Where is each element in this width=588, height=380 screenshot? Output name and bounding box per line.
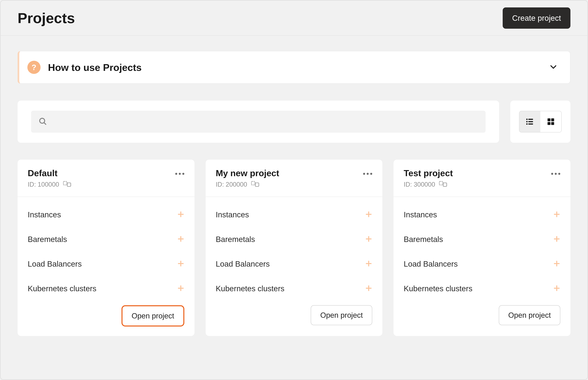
resource-label: Instances [216,210,249,219]
project-title: Default [28,168,72,178]
resource-label: Baremetals [216,235,255,244]
resource-row: Instances [216,202,372,227]
resource-label: Kubernetes clusters [404,284,472,293]
howto-title: How to use Projects [48,62,548,73]
add-resource-button[interactable] [365,260,372,268]
resource-label: Load Balancers [28,259,82,268]
copy-id-icon[interactable] [62,180,72,189]
resource-row: Instances [28,202,184,227]
view-toggle-container [510,101,570,143]
grid-icon [546,117,555,126]
resource-label: Kubernetes clusters [28,284,97,293]
resource-label: Baremetals [404,235,443,244]
list-icon [525,117,535,126]
svg-point-2 [526,119,527,120]
more-options-button[interactable] [363,168,372,175]
resource-row: Baremetals [28,227,184,252]
svg-rect-8 [548,118,550,121]
resource-label: Load Balancers [404,259,458,268]
chevron-down-icon[interactable] [548,62,558,73]
more-options-button[interactable] [551,168,560,175]
search-container [18,101,499,143]
copy-id-icon[interactable] [438,180,448,189]
resource-row: Instances [404,202,560,227]
resource-label: Instances [404,210,437,219]
resource-row: Baremetals [404,227,560,252]
page-title: Projects [18,10,75,26]
search-icon [38,117,47,127]
help-icon: ? [27,61,41,74]
add-resource-button[interactable] [365,285,372,292]
add-resource-button[interactable] [553,260,560,268]
open-project-button[interactable]: Open project [311,305,372,325]
add-resource-button[interactable] [365,235,372,243]
howto-panel[interactable]: ? How to use Projects [18,51,570,84]
project-card: Test projectID: 300000InstancesBaremetal… [394,160,570,336]
add-resource-button[interactable] [177,211,184,219]
add-resource-button[interactable] [365,211,372,219]
resource-row: Kubernetes clusters [404,276,560,301]
resource-label: Kubernetes clusters [216,284,285,293]
resource-row: Kubernetes clusters [216,276,372,301]
resource-label: Baremetals [28,235,67,244]
view-list-button[interactable] [519,111,540,132]
svg-point-4 [526,121,527,122]
add-resource-button[interactable] [177,260,184,268]
project-title: My new project [216,168,279,178]
open-project-button[interactable]: Open project [499,305,560,325]
view-grid-button[interactable] [540,111,561,132]
svg-rect-33 [443,183,447,187]
svg-rect-10 [548,122,550,125]
resource-row: Load Balancers [216,252,372,276]
svg-rect-11 [551,122,554,125]
create-project-button[interactable]: Create project [503,7,570,29]
search-input[interactable] [31,111,486,133]
project-card: DefaultID: 100000InstancesBaremetalsLoad… [18,160,194,336]
svg-point-6 [526,123,527,125]
svg-rect-9 [551,118,554,121]
add-resource-button[interactable] [553,285,560,292]
add-resource-button[interactable] [177,235,184,243]
resource-row: Kubernetes clusters [28,276,184,301]
project-id: ID: 200000 [216,181,247,188]
svg-rect-7 [528,124,533,125]
svg-rect-5 [528,121,533,122]
project-id: ID: 100000 [28,181,59,188]
add-resource-button[interactable] [553,235,560,243]
project-card: My new projectID: 200000InstancesBaremet… [206,160,382,336]
copy-id-icon[interactable] [250,180,260,189]
add-resource-button[interactable] [553,211,560,219]
add-resource-button[interactable] [177,285,184,292]
open-project-button[interactable]: Open project [122,305,184,326]
project-title: Test project [404,168,453,178]
svg-rect-23 [255,183,259,187]
resource-label: Load Balancers [216,259,270,268]
resource-row: Baremetals [216,227,372,252]
resource-row: Load Balancers [28,252,184,276]
svg-line-1 [44,122,46,124]
project-id: ID: 300000 [404,181,435,188]
resource-row: Load Balancers [404,252,560,276]
more-options-button[interactable] [175,168,184,175]
svg-rect-3 [528,119,533,120]
resource-label: Instances [28,210,61,219]
svg-rect-13 [67,183,71,187]
